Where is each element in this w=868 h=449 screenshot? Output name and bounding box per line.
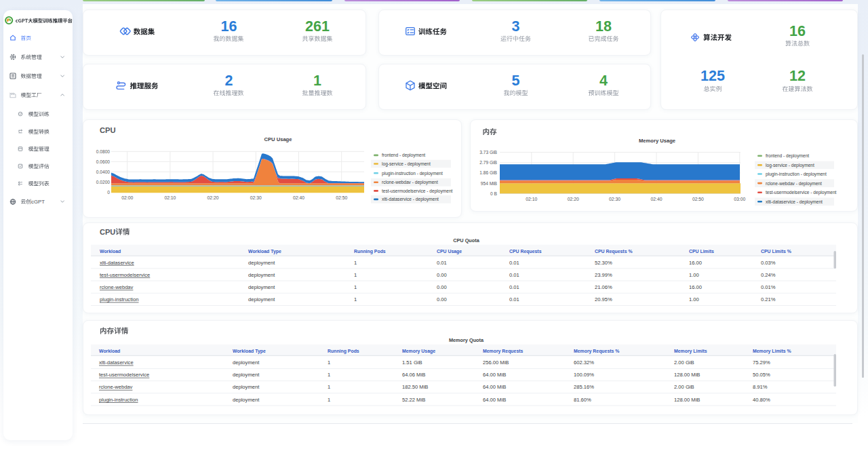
svg-text:1: 1 [354, 296, 357, 302]
svg-text:03:00: 03:00 [734, 197, 745, 201]
svg-text:100.09%: 100.09% [574, 372, 594, 378]
svg-text:rclone-webdav - deployment: rclone-webdav - deployment [382, 180, 438, 185]
svg-text:CPU: CPU [100, 126, 116, 134]
svg-text:Workload Type: Workload Type [233, 349, 266, 354]
svg-text:0.00: 0.00 [437, 296, 447, 302]
svg-text:deployment: deployment [248, 272, 275, 278]
svg-text:frontend - deployment: frontend - deployment [766, 153, 809, 159]
svg-text:1: 1 [354, 260, 357, 266]
svg-text:4: 4 [599, 73, 608, 89]
svg-text:285.16%: 285.16% [574, 384, 594, 390]
svg-text:1.86 GiB: 1.86 GiB [479, 170, 497, 175]
svg-text:2.00 GiB: 2.00 GiB [674, 384, 694, 390]
svg-text:0.0800: 0.0800 [96, 149, 111, 154]
svg-text:CPU: CPU [100, 228, 115, 236]
svg-text:Running Pods: Running Pods [328, 349, 359, 354]
svg-text:plugin-instruction - deploymen: plugin-instruction - deployment [766, 172, 827, 177]
svg-text:02:40: 02:40 [650, 197, 662, 201]
svg-text:test-usermodelservice - deploy: test-usermodelservice - deployment [766, 190, 837, 195]
svg-text:plugin-instruction: plugin-instruction [99, 397, 138, 403]
svg-text:02:30: 02:30 [609, 197, 620, 201]
svg-text:CPU Usage: CPU Usage [264, 136, 292, 142]
svg-text:1.00: 1.00 [689, 296, 699, 302]
svg-text:cGPT: cGPT [31, 199, 45, 205]
svg-text:8.91%: 8.91% [753, 384, 768, 390]
svg-text:log-service - deployment: log-service - deployment [766, 163, 814, 168]
svg-text:0.00: 0.00 [437, 272, 447, 278]
svg-text:0.0600: 0.0600 [96, 159, 111, 164]
svg-text:xlti-dataservice: xlti-dataservice [99, 359, 134, 366]
svg-text:1: 1 [354, 284, 357, 290]
svg-text:test-usermodelservice: test-usermodelservice [99, 372, 149, 378]
svg-text:261: 261 [305, 18, 330, 35]
svg-text:3.73 GiB: 3.73 GiB [479, 150, 497, 155]
svg-text:2.79 GiB: 2.79 GiB [479, 160, 497, 165]
svg-text:0.01: 0.01 [509, 296, 519, 302]
svg-text:1.00: 1.00 [689, 272, 699, 278]
svg-text:1: 1 [328, 384, 330, 390]
svg-text:02:00: 02:00 [121, 195, 133, 200]
svg-text:52.30%: 52.30% [595, 260, 612, 266]
svg-text:182.50 MiB: 182.50 MiB [402, 384, 428, 390]
svg-text:deployment: deployment [233, 372, 260, 378]
svg-text:75.29%: 75.29% [753, 359, 770, 366]
svg-text:Memory Limits %: Memory Limits % [753, 349, 791, 354]
svg-text:1: 1 [354, 272, 357, 278]
svg-text:23.99%: 23.99% [595, 272, 612, 278]
svg-text:0.00: 0.00 [437, 284, 447, 290]
svg-text:2.00 GiB: 2.00 GiB [674, 359, 694, 366]
svg-text:Workload Type: Workload Type [248, 249, 281, 254]
svg-text:frontend - deployment: frontend - deployment [382, 153, 425, 158]
svg-text:xlti-dataservice - deployment: xlti-dataservice - deployment [382, 197, 439, 202]
svg-text:12: 12 [789, 68, 806, 84]
svg-text:1: 1 [328, 397, 330, 403]
svg-text:20.95%: 20.95% [595, 296, 612, 302]
svg-text:0.0200: 0.0200 [96, 180, 111, 184]
svg-text:rclone-webdav - deployment: rclone-webdav - deployment [766, 181, 822, 187]
svg-text:rclone-webdav: rclone-webdav [99, 384, 133, 390]
svg-text:1.51 GiB: 1.51 GiB [402, 359, 422, 366]
svg-text:Memory Usage: Memory Usage [639, 138, 675, 144]
svg-text:0.0400: 0.0400 [96, 170, 111, 174]
svg-text:02:50: 02:50 [692, 197, 704, 201]
svg-text:test-usermodelservice - deploy: test-usermodelservice - deployment [382, 189, 453, 194]
svg-text:Memory Requests: Memory Requests [483, 349, 524, 354]
svg-text:16.00: 16.00 [689, 284, 702, 290]
svg-text:Memory Quota: Memory Quota [449, 337, 484, 343]
svg-text:0.01%: 0.01% [761, 284, 776, 290]
svg-text:Memory Requests %: Memory Requests % [574, 349, 619, 354]
svg-text:1: 1 [328, 359, 330, 366]
svg-text:deployment: deployment [248, 284, 275, 290]
svg-text:02:20: 02:20 [568, 197, 579, 201]
svg-text:deployment: deployment [248, 260, 275, 266]
svg-text:1: 1 [313, 73, 321, 89]
svg-text:CPU Quota: CPU Quota [453, 237, 479, 243]
svg-text:16: 16 [221, 18, 237, 35]
svg-text:deployment: deployment [233, 397, 260, 403]
svg-text:0: 0 [107, 190, 110, 195]
svg-text:0.24%: 0.24% [761, 272, 776, 278]
svg-text:50.05%: 50.05% [753, 372, 770, 378]
svg-text:plugin-instruction - deploymen: plugin-instruction - deployment [382, 171, 443, 176]
svg-text:64.00 MiB: 64.00 MiB [483, 397, 506, 403]
svg-text:5: 5 [512, 73, 520, 89]
svg-text:Workload: Workload [100, 249, 121, 254]
svg-text:64.00 MiB: 64.00 MiB [483, 384, 506, 390]
svg-text:602.32%: 602.32% [574, 359, 594, 366]
svg-text:test-usermodelservice: test-usermodelservice [100, 272, 150, 278]
svg-text:Running Pods: Running Pods [354, 249, 386, 254]
svg-text:Memory Usage: Memory Usage [402, 349, 435, 354]
svg-text:0.01: 0.01 [509, 260, 519, 266]
svg-text:deployment: deployment [233, 359, 260, 366]
svg-text:02:10: 02:10 [164, 195, 176, 200]
svg-text:plugin-instruction: plugin-instruction [100, 296, 138, 302]
svg-text:954 MiB: 954 MiB [481, 181, 498, 186]
svg-text:16: 16 [789, 23, 806, 39]
svg-text:256.00 MiB: 256.00 MiB [483, 359, 509, 366]
svg-text:128.00 MiB: 128.00 MiB [674, 397, 700, 403]
svg-text:CPU Usage: CPU Usage [437, 249, 462, 254]
svg-text:xlti-dataservice - deployment: xlti-dataservice - deployment [766, 199, 823, 205]
svg-text:Workload: Workload [99, 349, 120, 353]
svg-text:CPU Limits: CPU Limits [689, 249, 714, 254]
svg-text:21.06%: 21.06% [595, 284, 612, 290]
